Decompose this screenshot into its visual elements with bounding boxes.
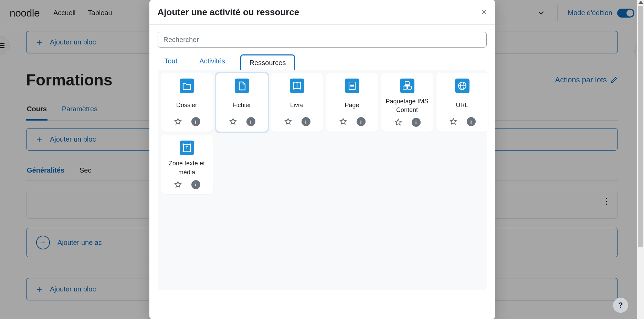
resource-card-label: Paquetage IMS Content (384, 97, 430, 114)
page-icon (345, 79, 359, 93)
modal-body: Tout Activités Ressources Dossier i Fich… (149, 25, 495, 319)
resource-cards-grid: Dossier i Fichier i Livre i Page (161, 73, 483, 194)
window-scrollbar[interactable] (637, 0, 644, 319)
favourite-button[interactable] (173, 180, 182, 189)
svg-text:T: T (186, 145, 188, 150)
info-button[interactable]: i (302, 117, 310, 126)
modal-panel-resources: Dossier i Fichier i Livre i Page (158, 70, 487, 290)
close-icon: × (481, 7, 486, 17)
modal-title: Ajouter une activité ou ressource (158, 7, 299, 18)
svg-point-25 (189, 144, 191, 145)
star-icon (174, 118, 182, 125)
star-icon (450, 118, 457, 125)
info-button[interactable]: i (467, 117, 476, 126)
star-icon (284, 118, 292, 125)
star-icon (339, 118, 347, 125)
info-icon: i (470, 119, 472, 125)
activity-chooser-modal: Ajouter une activité ou ressource × Tout… (149, 0, 495, 319)
resource-card-label: Dossier (175, 97, 199, 114)
favourite-button[interactable] (229, 117, 237, 126)
info-icon: i (195, 119, 196, 125)
info-button[interactable]: i (357, 117, 366, 126)
resource-card-actions: i (173, 117, 200, 126)
resource-card[interactable]: Paquetage IMS Content i (381, 73, 433, 132)
book-icon (290, 79, 304, 93)
svg-rect-7 (235, 79, 249, 93)
resource-card-actions: i (229, 117, 255, 126)
info-button[interactable]: i (191, 180, 200, 189)
info-icon: i (415, 120, 416, 125)
favourite-button[interactable] (173, 117, 182, 126)
modal-tab-all[interactable]: Tout (158, 54, 184, 70)
resource-card-label: Fichier (231, 97, 252, 114)
resource-card-actions: i (173, 180, 200, 189)
favourite-button[interactable] (449, 117, 458, 126)
info-icon: i (360, 119, 361, 125)
resource-card-actions: i (284, 117, 310, 126)
close-button[interactable]: × (481, 7, 486, 18)
modal-tab-activities[interactable]: Activités (192, 54, 232, 70)
file-icon (235, 79, 249, 93)
resource-card-actions: i (339, 117, 366, 126)
star-icon (394, 119, 402, 126)
star-icon (174, 181, 182, 188)
scroll-up-icon[interactable] (638, 1, 643, 4)
help-button[interactable]: ? (613, 298, 628, 313)
resource-card[interactable]: T Zone texte et média i (161, 135, 213, 194)
modal-header: Ajouter une activité ou ressource × (149, 0, 495, 25)
info-icon: i (305, 119, 306, 125)
resource-card[interactable]: Livre i (271, 73, 323, 132)
ims-icon (400, 79, 414, 93)
resource-card[interactable]: Dossier i (161, 73, 213, 132)
resource-card-label: Livre (289, 97, 305, 114)
info-icon: i (250, 119, 251, 125)
globe-icon (455, 79, 469, 93)
modal-tabs: Tout Activités Ressources (158, 54, 487, 70)
info-icon: i (195, 182, 196, 187)
resource-card[interactable]: URL i (436, 73, 488, 132)
resource-card[interactable]: Fichier i (216, 73, 268, 132)
favourite-button[interactable] (394, 118, 403, 127)
folder-icon (180, 79, 194, 93)
svg-point-24 (182, 144, 184, 145)
info-button[interactable]: i (191, 117, 200, 126)
textmedia-icon: T (180, 141, 194, 155)
resource-card-label: URL (454, 97, 469, 114)
help-label: ? (618, 301, 623, 310)
resource-card-label: Page (343, 97, 360, 114)
scroll-thumb[interactable] (638, 6, 643, 247)
favourite-button[interactable] (339, 117, 348, 126)
search-input[interactable] (158, 32, 487, 48)
star-icon (229, 118, 237, 125)
resource-card-actions: i (449, 117, 476, 126)
favourite-button[interactable] (284, 117, 293, 126)
resource-card-actions: i (394, 118, 421, 127)
svg-point-26 (182, 151, 184, 152)
svg-point-27 (189, 151, 191, 152)
modal-tab-resources[interactable]: Ressources (240, 54, 295, 70)
resource-card-label: Zone texte et média (164, 159, 210, 176)
info-button[interactable]: i (412, 118, 421, 127)
svg-rect-6 (180, 79, 194, 93)
info-button[interactable]: i (246, 117, 255, 126)
resource-card[interactable]: Page i (326, 73, 378, 132)
